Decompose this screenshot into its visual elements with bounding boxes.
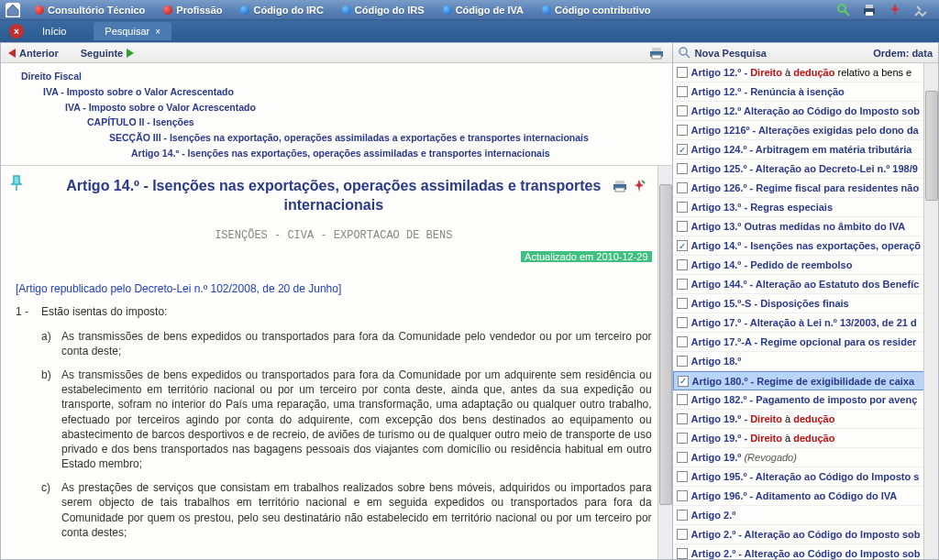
checkbox[interactable] (677, 529, 688, 540)
close-icon[interactable]: × (9, 24, 24, 38)
article-body: Artigo 14.º - Isenções nas exportações, … (1, 165, 672, 559)
checkbox[interactable] (677, 356, 688, 367)
checkbox[interactable] (677, 279, 688, 290)
pin-marker-icon[interactable] (10, 175, 23, 192)
checkbox[interactable] (677, 182, 688, 193)
checkbox[interactable] (677, 202, 688, 213)
toolbar-item[interactable]: Código do IRC (231, 5, 332, 16)
nav-next[interactable]: Seguinte (81, 48, 134, 59)
checkbox[interactable]: ✓ (678, 376, 689, 387)
search-result-row[interactable]: Artigo 19.º - Direito à dedução (673, 410, 924, 429)
checkbox[interactable] (677, 452, 688, 463)
search-result-row[interactable]: Artigo 13.º - Regras especiais (673, 198, 924, 217)
checkbox[interactable] (677, 298, 688, 309)
article-print-icon[interactable] (612, 179, 628, 193)
search-result-row[interactable]: Artigo 196.º - Aditamento ao Código do I… (673, 487, 924, 506)
toolbar-item[interactable]: Código de IVA (434, 5, 533, 16)
search-title[interactable]: Nova Pesquisa (695, 48, 767, 59)
bullet-icon (443, 5, 452, 15)
scrollbar-thumb[interactable] (659, 184, 672, 505)
search-result-row[interactable]: Artigo 2.º - Alteração ao Código do Impo… (673, 544, 924, 559)
search-result-row[interactable]: Artigo 12.º Alteração ao Código do Impos… (673, 102, 924, 121)
search-result-row[interactable]: Artigo 19.º (Revogado) (673, 448, 924, 467)
search-result-row[interactable]: Artigo 12.º - Direito à dedução relativo… (673, 63, 924, 82)
search-result-row[interactable]: Artigo 17.º-A - Regime opcional para os … (673, 333, 924, 352)
checkbox[interactable] (677, 67, 688, 78)
breadcrumb-item[interactable]: IVA - Imposto sobre o Valor Acrescentado (21, 84, 663, 100)
checkbox[interactable] (677, 86, 688, 97)
toolbar-item[interactable]: Código contributivo (533, 5, 659, 16)
search-result-row[interactable]: Artigo 1216º - Alterações exigidas pelo … (673, 121, 924, 140)
search-result-row[interactable]: Artigo 195.º - Alteração ao Código do Im… (673, 467, 924, 487)
checkbox[interactable]: ✓ (677, 240, 688, 251)
checkbox[interactable]: ✓ (677, 144, 688, 155)
nav-prev[interactable]: Anterior (8, 48, 59, 59)
search-icon[interactable] (834, 2, 853, 18)
nav-home[interactable]: Início (42, 26, 66, 37)
checkbox[interactable] (677, 413, 688, 424)
print-icon[interactable] (648, 46, 665, 60)
svg-line-12 (686, 54, 690, 58)
breadcrumb-item[interactable]: Direito Fiscal (21, 69, 663, 84)
toolbar-item[interactable]: Código do IRS (333, 5, 434, 16)
search-result-row[interactable]: Artigo 12.º - Renúncia à isenção (673, 82, 924, 102)
article-pin-icon[interactable] (632, 179, 646, 193)
svg-rect-3 (866, 5, 873, 8)
printer-icon[interactable] (860, 2, 878, 18)
search-result-row[interactable]: Artigo 2.º - Alteração ao Código do Impo… (673, 525, 924, 544)
bullet-icon (342, 5, 351, 15)
tab-close-icon[interactable]: × (155, 27, 160, 37)
checkbox[interactable] (677, 471, 688, 482)
scrollbar-thumb[interactable] (925, 91, 938, 201)
bullet-icon (542, 5, 551, 15)
search-result-row[interactable]: ✓Artigo 124.º - Arbitragem em matéria tr… (673, 140, 924, 159)
search-result-row[interactable]: Artigo 19.º - Direito à dedução (673, 429, 924, 448)
search-result-row[interactable]: Artigo 14.º - Pedido de reembolso (673, 256, 924, 275)
magnifier-icon[interactable] (679, 47, 691, 60)
tools-icon[interactable] (911, 2, 930, 18)
search-result-row[interactable]: Artigo 2.º (673, 506, 924, 525)
checkbox[interactable] (677, 317, 688, 328)
toolbar-item[interactable]: Profissão (154, 5, 231, 16)
search-result-row[interactable]: Artigo 126.º - Regime fiscal para reside… (673, 179, 924, 198)
breadcrumb-item[interactable]: CAPÍTULO II - Isenções (21, 115, 663, 130)
search-result-row[interactable]: Artigo 15.º-S - Disposições finais (673, 294, 924, 313)
result-label: Artigo 15.º-S - Disposições finais (691, 298, 849, 309)
scrollbar-vertical[interactable] (657, 166, 672, 559)
search-result-row[interactable]: Artigo 18.º (673, 352, 924, 371)
pin-icon[interactable] (886, 2, 904, 18)
result-label: Artigo 12.º - Direito à dedução relativo… (691, 67, 912, 78)
scrollbar-vertical[interactable] (923, 63, 938, 559)
tab-search[interactable]: Pesquisar× (94, 22, 171, 40)
home-icon[interactable] (6, 3, 20, 17)
result-label: Artigo 2.º - Alteração ao Código do Impo… (691, 548, 921, 559)
checkbox[interactable] (677, 490, 688, 501)
list-text: As prestações de serviços que consistam … (61, 480, 652, 540)
checkbox[interactable] (677, 125, 688, 136)
search-order[interactable]: Ordem: data (873, 48, 933, 59)
toolbar-item[interactable]: Consultório Técnico (26, 5, 154, 16)
search-result-row[interactable]: Artigo 13.º Outras medidas no âmbito do … (673, 217, 924, 236)
checkbox[interactable] (677, 548, 688, 559)
breadcrumb-item[interactable]: IVA - Imposto sobre o Valor Acrescentado (21, 100, 663, 115)
search-result-row[interactable]: Artigo 182.º - Pagamento de imposto por … (673, 390, 924, 410)
checkbox[interactable] (677, 394, 688, 405)
checkbox[interactable] (677, 163, 688, 174)
search-result-row[interactable]: Artigo 144.º - Alteração ao Estatuto dos… (673, 275, 924, 294)
search-result-row[interactable]: Artigo 125.º - Alteração ao Decreto-Lei … (673, 159, 924, 179)
search-result-row[interactable]: ✓Artigo 14.º - Isenções nas exportações,… (673, 236, 924, 256)
checkbox[interactable] (677, 221, 688, 232)
checkbox[interactable] (677, 433, 688, 444)
search-result-row[interactable]: ✓Artigo 180.º - Regime de exigibilidade … (673, 371, 924, 390)
checkbox[interactable] (677, 510, 688, 521)
svg-rect-9 (615, 181, 624, 184)
result-label: Artigo 18.º (691, 356, 742, 367)
checkbox[interactable] (677, 259, 688, 270)
checkbox[interactable] (677, 105, 688, 116)
result-label: Artigo 1216º - Alterações exigidas pelo … (691, 125, 919, 136)
checkbox[interactable] (677, 336, 688, 347)
breadcrumb-item[interactable]: Artigo 14.º - Isenções nas exportações, … (21, 146, 663, 161)
search-result-row[interactable]: Artigo 17.º - Alteração à Lei n.º 13/200… (673, 313, 924, 333)
result-label: Artigo 196.º - Aditamento ao Código do I… (691, 490, 898, 501)
breadcrumb-item[interactable]: SECÇÃO III - Isenções na exportação, ope… (21, 130, 663, 146)
